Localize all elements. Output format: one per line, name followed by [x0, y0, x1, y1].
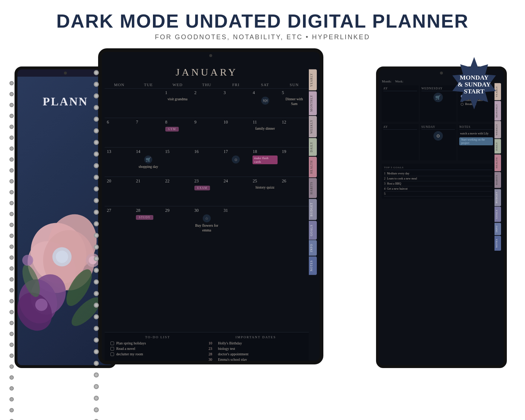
todo-text-3: declutter my room	[116, 352, 143, 356]
camera-dot	[440, 72, 443, 74]
spiral-ring	[9, 92, 14, 96]
cal-cell-23: 23 EXAM	[192, 177, 221, 206]
spiral-ring	[94, 233, 99, 238]
spiral-ring	[94, 70, 99, 75]
cal-cell-6: 6	[105, 118, 134, 147]
cal-cell-27: 27	[105, 206, 134, 235]
cal-cell-18: 18 make flash cards	[250, 148, 279, 177]
spiral-ring	[9, 321, 14, 325]
date-event-2: biology test	[218, 347, 235, 351]
week-label: Week:	[395, 80, 404, 83]
calendar-row-2: 6 7 8 GYM 9 10 11 family dinner 12	[105, 118, 309, 147]
spiral-ring	[9, 136, 14, 140]
right-tab-notes[interactable]: NOTES	[494, 236, 501, 251]
cal-cell-1: 1 visit grandma	[163, 89, 192, 118]
spiral-ring	[94, 349, 99, 354]
tab-monthly[interactable]: MONTHLY	[309, 91, 317, 115]
exam-tag: EXAM	[194, 186, 210, 190]
cal-cell-21: 21	[134, 177, 163, 206]
tab-daily[interactable]: DAILY	[309, 138, 317, 156]
star-icon: ☆	[203, 214, 211, 222]
cal-cell-17: 17 ⊙	[221, 148, 250, 177]
calendar-row-1: 1 visit grandma 2 3 4 🍽 5 Dinner with Sa…	[105, 88, 309, 118]
spiral-ring	[94, 396, 99, 401]
cal-cell-14: 14 🛒 shopping day	[134, 148, 163, 177]
sun-icon: ⊙	[232, 156, 240, 163]
spiral-ring	[94, 175, 99, 180]
svg-point-9	[56, 251, 68, 263]
goal-text-4: Get a new haircut	[387, 187, 408, 190]
spiral-ring	[9, 375, 14, 380]
date-item-4: 30 Emma's school play	[209, 357, 303, 362]
spiral-ring	[94, 372, 99, 377]
center-spiral	[94, 70, 99, 420]
spiral-ring	[94, 314, 99, 319]
goal-item-1: 1 Meditate every day	[384, 171, 492, 176]
right-tab-budget[interactable]: BUDGET	[494, 189, 501, 206]
important-dates-title: IMPORTANT DATES	[209, 335, 303, 339]
important-dates-section: IMPORTANT DATES 10 Holly's Birthday 23 b…	[209, 335, 303, 362]
spiral-ring	[94, 163, 99, 168]
tab-health[interactable]: HEALTH	[309, 157, 317, 177]
right-tab-weekly[interactable]: WEEKLY	[494, 121, 501, 138]
spiral-ring	[94, 198, 99, 203]
cal-cell-3: 3	[221, 89, 250, 118]
spiral-ring	[94, 245, 99, 250]
todo-checkbox-3	[110, 352, 114, 356]
todo-item-3: declutter my room	[110, 351, 205, 357]
cal-cell-empty	[105, 89, 134, 118]
date-item-3: 28 doctor's appointment	[209, 351, 303, 357]
tab-notes[interactable]: NOTES	[309, 257, 317, 275]
tab-habits[interactable]: HABITS	[309, 178, 317, 198]
spiral-ring	[9, 245, 14, 249]
event-flashcards: make flash cards	[253, 156, 277, 164]
todo-text-1: Plan spring holidays	[116, 341, 146, 345]
tab-budget[interactable]: BUDGET	[309, 199, 317, 220]
spiral-ring	[9, 81, 14, 85]
right-tab-health[interactable]: HEALTH	[494, 154, 501, 171]
goal-item-5: 5	[384, 191, 492, 197]
cal-cell-29: 29	[163, 206, 192, 235]
cal-cell-empty	[250, 206, 279, 235]
cal-cell-22: 22	[163, 177, 192, 206]
spiral-ring	[94, 338, 99, 343]
right-tab-habits[interactable]: HABITS	[494, 172, 501, 188]
notes-header: NOTES	[459, 125, 493, 130]
spiral-ring	[94, 291, 99, 296]
event-flowers: Buy flowers for emma	[194, 223, 219, 233]
right-tab-goals[interactable]: GOALS	[494, 207, 501, 222]
spiral-ring	[94, 128, 99, 133]
shopping-icon: 🛒	[144, 156, 152, 163]
camera-dot	[64, 72, 67, 74]
cal-cell-9: 9	[192, 118, 221, 147]
tab-goals[interactable]: GOALS	[309, 221, 317, 240]
svg-point-13	[35, 299, 48, 311]
cal-cell-19: 19	[280, 148, 309, 177]
cal-cell-10: 10	[221, 118, 250, 147]
date-num-1: 10	[209, 341, 216, 345]
highlight-pill-container: Start working on the project	[459, 137, 493, 145]
todo-checkbox-1	[110, 342, 114, 345]
spiral-ring	[94, 268, 99, 273]
spiral-ring	[94, 93, 99, 98]
right-tab-info[interactable]: INFO	[494, 223, 501, 235]
dinner-icon: 🍽	[261, 97, 269, 105]
tab-yearly[interactable]: YEARLY	[309, 69, 317, 90]
spiral-ring	[94, 384, 99, 389]
day-header-sat: SAT	[250, 82, 279, 87]
spiral-ring	[94, 407, 99, 412]
spiral-ring	[9, 114, 14, 118]
goal-text-2: Learn to cook a new meal	[387, 177, 417, 180]
right-side-tabs: YEARLY MONTHLY WEEKLY DAILY HEALTH HABIT…	[494, 80, 501, 368]
spiral-ring	[9, 190, 14, 194]
tab-info[interactable]: INFO	[309, 240, 317, 256]
tab-weekly[interactable]: WEEKLY	[309, 116, 317, 137]
event-shopping: shopping day	[136, 164, 161, 169]
side-tabs: YEARLY MONTHLY WEEKLY DAILY HEALTH HABIT…	[309, 62, 317, 364]
right-tab-daily[interactable]: DAILY	[494, 139, 501, 154]
spiral-ring	[9, 157, 14, 162]
center-tablet: JANUARY MON TUE WED THU FRI SAT SUN	[98, 48, 323, 364]
spiral-ring	[94, 326, 99, 331]
todo-checkbox-2	[110, 347, 114, 351]
date-item-1: 10 Holly's Birthday	[209, 340, 303, 346]
